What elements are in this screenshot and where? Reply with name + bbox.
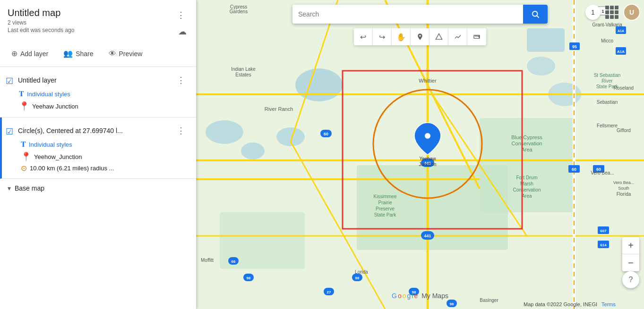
svg-text:State Park: State Park [374,212,397,217]
layer-1-options-button[interactable]: ⋮ [173,73,189,88]
draw-route-button[interactable] [448,28,467,45]
svg-rect-56 [243,274,254,281]
svg-text:A1A: A1A [617,50,625,54]
layer-2-options-button[interactable]: ⋮ [173,123,189,138]
svg-text:A1A: A1A [618,29,624,33]
svg-text:Roseland: Roseland [614,85,634,91]
svg-rect-54 [228,257,239,265]
terms-link[interactable]: Terms [601,301,616,307]
svg-point-4 [295,68,343,101]
svg-rect-30 [568,165,580,173]
place-icon-1: 📍 [19,101,29,111]
preview-button[interactable]: 👁 Preview [105,47,146,61]
layer-1-checkbox[interactable]: ☑ [6,76,14,84]
svg-line-16 [432,94,527,236]
google-g2: g [407,292,411,300]
search-button[interactable] [523,5,548,24]
layer-1-style[interactable]: 𝐓 Individual styles [19,90,189,98]
svg-point-6 [527,57,555,75]
layer-2-style[interactable]: 𝐓 Individual styles [21,140,189,149]
place-icon-2: 📍 [21,151,31,162]
zoom-out-button[interactable]: − [622,254,639,271]
svg-point-1 [206,120,243,144]
svg-text:Vero Bea...: Vero Bea... [591,170,614,175]
measure-button[interactable] [467,28,486,45]
svg-marker-99 [436,33,442,39]
svg-text:Cypress: Cypress [230,4,248,9]
zoom-controls: + − [622,237,639,271]
svg-text:98: 98 [247,276,251,280]
svg-rect-92 [598,226,609,234]
cloud-save-button[interactable]: ☁ [176,25,189,39]
svg-text:Area: Area [521,147,532,152]
svg-text:Indian Lake: Indian Lake [231,67,256,72]
add-marker-button[interactable] [411,28,429,45]
google-o1: o [398,292,402,300]
pan-button[interactable]: ✋ [392,28,411,45]
svg-rect-5 [527,28,565,52]
svg-text:60: 60 [324,132,328,136]
basemap-chevron-icon: ▾ [8,184,11,192]
layer-2-place-1[interactable]: 📍 Yeehow_Junction [21,151,189,162]
layer-2-style-label[interactable]: Individual styles [29,141,72,148]
svg-rect-9 [480,118,574,212]
search-bar [292,5,548,24]
svg-line-98 [537,16,539,17]
svg-rect-58 [324,288,334,295]
sidebar-actions: ⊕ Add layer 👥 Share 👁 Preview [0,42,196,67]
attribution-text: Map data ©2022 Google, INEGI [524,301,597,307]
map-options-button[interactable]: ⋮ [173,8,189,23]
svg-text:River Ranch: River Ranch [265,106,293,112]
svg-text:98: 98 [412,290,416,294]
layer-2-name: Circle(s), Centered at 27.699740 l... [18,127,170,134]
svg-rect-66 [343,71,522,229]
views-count: 2 views [8,19,74,26]
top-right-controls: 1 U [585,4,640,21]
svg-text:South: South [618,186,629,191]
zoom-in-button[interactable]: + [622,237,639,254]
draw-polygon-button[interactable] [429,28,448,45]
svg-rect-62 [409,288,419,295]
map-attribution: Map data ©2022 Google, INEGI Terms [524,301,616,307]
google-l: l [412,292,413,300]
svg-text:441: 441 [424,234,431,238]
route-badge-button[interactable]: 1 [585,5,601,20]
basemap-section[interactable]: ▾ Base map [0,179,196,198]
google-mymaps-watermark: Google My Maps [392,292,448,300]
search-input[interactable] [292,5,523,24]
add-layer-button[interactable]: ⊕ Add layer [8,46,52,61]
layer-2-circle-item[interactable]: ⊙ 10.00 km (6.21 miles) radius ... [21,164,189,173]
svg-line-18 [291,142,385,309]
sidebar: Untitled map 2 views Last edit was secon… [0,0,196,309]
svg-rect-32 [593,165,604,173]
user-avatar[interactable]: U [623,4,640,21]
apps-grid-button[interactable] [604,5,619,20]
map-area[interactable]: 441 441 60 95 60 60 Whittier Indian Lake… [196,0,644,309]
layer-1-place-1[interactable]: 📍 Yeehaw Junction [19,101,189,111]
undo-button[interactable]: ↩ [354,28,373,45]
svg-text:St Sebastian: St Sebastian [594,73,621,78]
svg-text:98: 98 [450,302,454,306]
svg-text:95: 95 [572,44,577,49]
circle-label: 10.00 km (6.21 miles) radius ... [30,165,114,172]
layer-1-style-label[interactable]: Individual styles [27,91,70,98]
share-button[interactable]: 👥 Share [60,46,97,61]
help-button[interactable]: ? [622,271,639,288]
svg-text:Gifford: Gifford [617,128,631,133]
redo-button[interactable]: ↪ [373,28,392,45]
layer-2-checkbox[interactable]: ☑ [6,126,14,135]
svg-text:Sebastian: Sebastian [597,100,618,105]
svg-rect-26 [320,130,332,137]
svg-text:Fellsmere: Fellsmere [597,123,618,128]
svg-rect-22 [421,159,434,167]
layer-2-section: ☑ Circle(s), Centered at 27.699740 l... … [0,117,196,179]
svg-point-7 [548,83,581,106]
svg-text:Micco: Micco [601,38,614,43]
layer-1-name: Untitled layer [18,76,170,84]
svg-rect-64 [447,300,457,307]
svg-text:Blue Cypress: Blue Cypress [511,134,542,140]
map-title: Untitled map [8,8,74,18]
svg-rect-86 [616,26,626,34]
circle-measure-icon: ⊙ [21,164,27,173]
svg-text:Area: Area [522,193,532,199]
